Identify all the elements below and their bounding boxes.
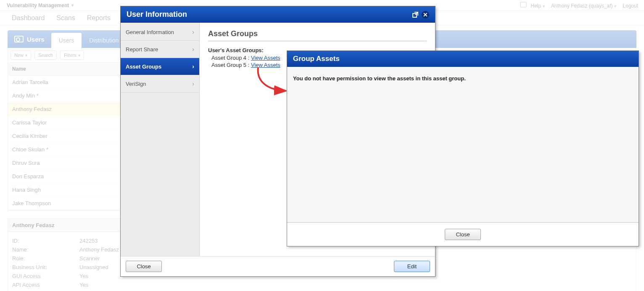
asset-group-name: Asset Group 5 [211, 62, 246, 68]
sidebar-item[interactable]: VeriSign› [121, 75, 199, 93]
dialog-titlebar[interactable]: Group Assets [287, 51, 639, 67]
asset-group-name: Asset Group 4 [211, 55, 246, 61]
dialog-titlebar[interactable]: User Information ✕ [121, 6, 435, 23]
dialog-sidebar: General Information›Report Share›Asset G… [121, 23, 200, 256]
close-button[interactable]: Close [445, 229, 481, 240]
sidebar-item[interactable]: General Information› [121, 24, 199, 41]
chevron-right-icon: › [192, 80, 194, 87]
permission-message: You do not have permission to view the a… [293, 75, 633, 82]
chevron-right-icon: › [192, 46, 194, 53]
group-assets-dialog: Group Assets You do not have permission … [287, 50, 639, 246]
chevron-right-icon: › [192, 29, 194, 35]
dialog-title: User Information [127, 10, 409, 19]
section-heading: Asset Groups [208, 29, 427, 38]
edit-button[interactable]: Edit [394, 261, 430, 272]
close-button[interactable]: Close [126, 261, 162, 272]
chevron-right-icon: › [192, 63, 194, 70]
sidebar-item-label: Asset Groups [126, 63, 161, 70]
sidebar-item-label: Report Share [126, 46, 158, 53]
dialog-title: Group Assets [293, 55, 633, 63]
popout-icon[interactable] [412, 11, 419, 19]
close-icon[interactable]: ✕ [422, 11, 429, 19]
view-assets-link[interactable]: View Assets [251, 55, 280, 61]
sidebar-item[interactable]: Asset Groups› [121, 58, 199, 75]
view-assets-link[interactable]: View Assets [251, 62, 280, 68]
sidebar-item[interactable]: Report Share› [121, 41, 199, 58]
sidebar-item-label: VeriSign [126, 81, 146, 87]
sidebar-item-label: General Information [126, 29, 174, 35]
